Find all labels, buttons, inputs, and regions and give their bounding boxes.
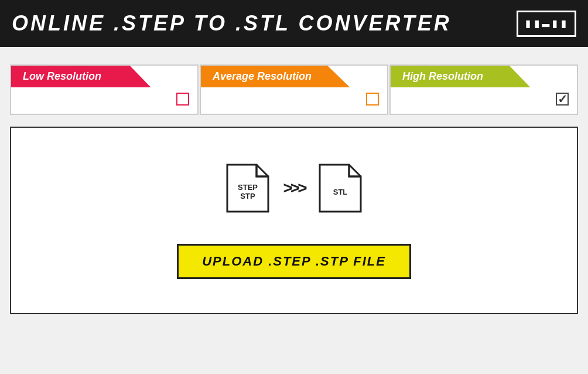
high-resolution-checkbox[interactable]: ✓ — [556, 93, 569, 106]
logo-text: ▮▮▬▮▮ — [524, 16, 569, 32]
svg-text:STP: STP — [241, 192, 256, 200]
svg-text:STL: STL — [333, 188, 347, 196]
stl-file-svg: STL — [317, 162, 364, 215]
average-resolution-label: Average Resolution — [201, 66, 350, 87]
low-resolution-label: Low Resolution — [11, 66, 151, 87]
page-title: ONLINE .STEP TO .STL CONVERTER — [12, 11, 452, 36]
conversion-arrows: >>> — [283, 179, 305, 198]
high-resolution-label: High Resolution — [391, 66, 531, 87]
svg-text:STEP: STEP — [238, 183, 258, 192]
average-resolution-checkbox[interactable] — [366, 93, 379, 106]
step-file-icon: STEP STP — [224, 162, 271, 215]
resolution-card-low[interactable]: Low Resolution — [10, 64, 199, 115]
resolution-card-average[interactable]: Average Resolution — [200, 64, 388, 115]
stl-file-icon: STL — [317, 162, 364, 215]
logo: ▮▮▬▮▮ — [517, 11, 576, 37]
header: ONLINE .STEP TO .STL CONVERTER ▮▮▬▮▮ — [0, 0, 588, 47]
high-checkmark: ✓ — [558, 93, 568, 105]
resolution-card-high[interactable]: High Resolution ✓ — [389, 64, 578, 115]
low-resolution-checkbox[interactable] — [176, 93, 189, 106]
upload-area: STEP STP >>> STL UPLOAD .STEP .STP FILE — [10, 127, 578, 314]
upload-button[interactable]: UPLOAD .STEP .STP FILE — [177, 244, 411, 279]
step-file-svg: STEP STP — [224, 162, 271, 215]
file-icons-row: STEP STP >>> STL — [224, 162, 363, 215]
resolution-options-row: Low Resolution Average Resolution High R… — [0, 47, 588, 127]
